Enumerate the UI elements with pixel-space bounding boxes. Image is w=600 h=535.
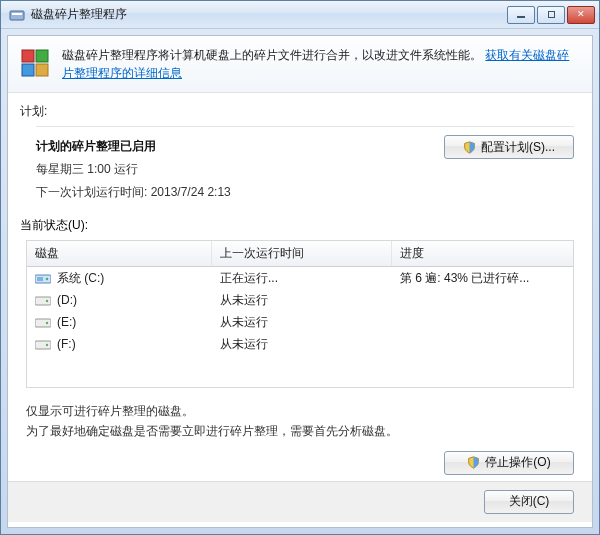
schedule-next-run: 下一次计划运行时间: 2013/7/24 2:13 xyxy=(36,181,424,204)
table-header: 磁盘 上一次运行时间 进度 xyxy=(27,241,573,267)
cell-disk: (F:) xyxy=(27,333,212,355)
svg-point-8 xyxy=(46,278,48,280)
minimize-button[interactable] xyxy=(507,6,535,24)
cell-progress xyxy=(392,318,573,326)
cell-progress xyxy=(392,296,573,304)
cell-lastrun: 从未运行 xyxy=(212,332,392,357)
svg-point-10 xyxy=(46,300,48,302)
maximize-button[interactable] xyxy=(537,6,565,24)
svg-rect-2 xyxy=(22,50,34,62)
close-dialog-label: 关闭(C) xyxy=(509,493,550,510)
status-label: 当前状态(U): xyxy=(8,209,592,238)
schedule-box: 计划的碎片整理已启用 每星期三 1:00 运行 下一次计划运行时间: 2013/… xyxy=(36,126,574,203)
table-row[interactable]: (D:)从未运行 xyxy=(27,289,573,311)
svg-rect-4 xyxy=(22,64,34,76)
svg-rect-5 xyxy=(36,64,48,76)
table-body: 系统 (C:)正在运行...第 6 遍: 43% 已进行碎...(D:)从未运行… xyxy=(27,267,573,387)
svg-point-12 xyxy=(46,322,48,324)
stop-button[interactable]: 停止操作(O) xyxy=(444,451,574,475)
configure-schedule-label: 配置计划(S)... xyxy=(481,139,555,156)
cell-progress: 第 6 遍: 43% 已进行碎... xyxy=(392,266,573,291)
close-button[interactable]: ✕ xyxy=(567,6,595,24)
content-area: 磁盘碎片整理程序将计算机硬盘上的碎片文件进行合并，以改进文件系统性能。 获取有关… xyxy=(7,35,593,528)
configure-schedule-button[interactable]: 配置计划(S)... xyxy=(444,135,574,159)
window-root: 磁盘碎片整理程序 ✕ 磁盘碎片整理程序将计算机硬盘上的碎片文件进行合并，以改进文… xyxy=(0,0,600,535)
close-dialog-button[interactable]: 关闭(C) xyxy=(484,490,574,514)
table-row[interactable]: 系统 (C:)正在运行...第 6 遍: 43% 已进行碎... xyxy=(27,267,573,289)
app-icon xyxy=(9,7,25,23)
schedule-enabled-heading: 计划的碎片整理已启用 xyxy=(36,135,424,158)
footer: 关闭(C) xyxy=(8,481,592,522)
info-text: 磁盘碎片整理程序将计算机硬盘上的碎片文件进行合并，以改进文件系统性能。 获取有关… xyxy=(62,46,580,82)
svg-rect-7 xyxy=(37,277,43,281)
th-progress[interactable]: 进度 xyxy=(392,241,573,266)
note-line-1: 仅显示可进行碎片整理的磁盘。 xyxy=(26,402,574,421)
th-disk[interactable]: 磁盘 xyxy=(27,241,212,266)
shield-icon xyxy=(467,456,480,469)
svg-rect-1 xyxy=(12,13,22,15)
table-row[interactable]: (F:)从未运行 xyxy=(27,333,573,355)
note-block: 仅显示可进行碎片整理的磁盘。 为了最好地确定磁盘是否需要立即进行碎片整理，需要首… xyxy=(8,396,592,442)
svg-rect-0 xyxy=(10,11,24,20)
th-lastrun[interactable]: 上一次运行时间 xyxy=(212,241,392,266)
note-line-2: 为了最好地确定磁盘是否需要立即进行碎片整理，需要首先分析磁盘。 xyxy=(26,422,574,441)
svg-rect-13 xyxy=(35,341,51,349)
schedule-frequency: 每星期三 1:00 运行 xyxy=(36,158,424,181)
window-buttons: ✕ xyxy=(507,6,595,24)
cell-disk: (E:) xyxy=(27,311,212,333)
titlebar: 磁盘碎片整理程序 ✕ xyxy=(1,1,599,29)
cell-disk: 系统 (C:) xyxy=(27,266,212,291)
defrag-icon xyxy=(20,46,52,78)
svg-rect-9 xyxy=(35,297,51,305)
svg-rect-11 xyxy=(35,319,51,327)
disk-table: 磁盘 上一次运行时间 进度 系统 (C:)正在运行...第 6 遍: 43% 已… xyxy=(26,240,574,388)
cell-disk: (D:) xyxy=(27,289,212,311)
stop-button-label: 停止操作(O) xyxy=(485,454,550,471)
window-title: 磁盘碎片整理程序 xyxy=(31,6,507,23)
schedule-label: 计划: xyxy=(8,93,592,124)
info-description: 磁盘碎片整理程序将计算机硬盘上的碎片文件进行合并，以改进文件系统性能。 xyxy=(62,48,482,62)
cell-progress xyxy=(392,340,573,348)
info-strip: 磁盘碎片整理程序将计算机硬盘上的碎片文件进行合并，以改进文件系统性能。 获取有关… xyxy=(8,36,592,93)
action-row: 停止操作(O) xyxy=(8,443,592,481)
svg-point-14 xyxy=(46,344,48,346)
shield-icon xyxy=(463,141,476,154)
table-row[interactable]: (E:)从未运行 xyxy=(27,311,573,333)
svg-rect-3 xyxy=(36,50,48,62)
schedule-lines: 计划的碎片整理已启用 每星期三 1:00 运行 下一次计划运行时间: 2013/… xyxy=(36,135,424,203)
